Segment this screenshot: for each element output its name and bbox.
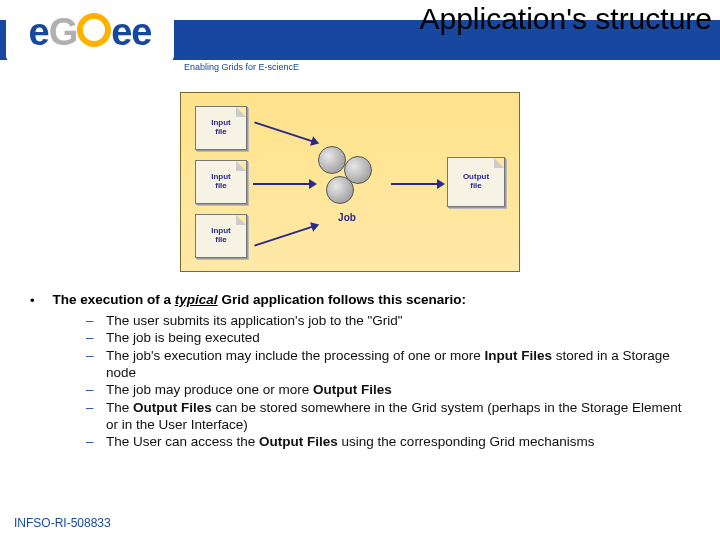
- sub-text: The job may produce one or more Output F…: [106, 381, 392, 398]
- lead-em: typical: [175, 292, 218, 307]
- dash-icon: –: [86, 329, 96, 346]
- arrow-icon: [391, 183, 439, 185]
- sub-item: – The user submits its application's job…: [86, 312, 696, 329]
- input-file-icon: Input file: [195, 106, 247, 150]
- sub-bold: Output Files: [133, 400, 212, 415]
- input-label-bottom: file: [215, 182, 227, 191]
- sub-item: – The Output Files can be stored somewhe…: [86, 399, 696, 434]
- sub-pre: The job may produce one or more: [106, 382, 313, 397]
- dash-icon: –: [86, 347, 96, 382]
- sub-text: The job's execution may include the proc…: [106, 347, 696, 382]
- job-center: Job: [312, 142, 382, 223]
- sub-pre: The: [106, 400, 133, 415]
- job-label: Job: [338, 212, 356, 223]
- sublist: – The user submits its application's job…: [86, 312, 696, 450]
- sub-item: – The job is being executed: [86, 329, 696, 346]
- page-title: Application's structure: [180, 2, 712, 36]
- input-label-bottom: file: [215, 236, 227, 245]
- input-file-icon: Input file: [195, 214, 247, 258]
- dash-icon: –: [86, 312, 96, 329]
- sub-pre: The job's execution may include the proc…: [106, 348, 485, 363]
- sub-item: – The job's execution may include the pr…: [86, 347, 696, 382]
- input-label-bottom: file: [215, 128, 227, 137]
- egee-logo: eGee: [6, 2, 174, 62]
- arrow-icon: [254, 225, 314, 246]
- sub-pre: The User can access the: [106, 434, 259, 449]
- gear-icon: [326, 176, 354, 204]
- diagram: Input file Input file Input file Job Out…: [180, 92, 520, 272]
- sub-bold: Input Files: [485, 348, 553, 363]
- output-file-box: Output file: [447, 157, 505, 207]
- gear-icon: [318, 146, 346, 174]
- output-file-icon: Output file: [447, 157, 505, 207]
- footer-id: INFSO-RI-508833: [14, 516, 111, 530]
- sub-bold: Output Files: [259, 434, 338, 449]
- header: eGee Application's structure Enabling Gr…: [0, 0, 720, 66]
- input-file-icon: Input file: [195, 160, 247, 204]
- sub-text: The User can access the Output Files usi…: [106, 433, 594, 450]
- arrow-icon: [254, 121, 314, 142]
- dash-icon: –: [86, 399, 96, 434]
- logo-ring-icon: [77, 13, 111, 47]
- sub-post: using the corresponding Grid mechanisms: [338, 434, 595, 449]
- content: • The execution of a typical Grid applic…: [30, 292, 696, 450]
- sub-text: The job is being executed: [106, 329, 260, 346]
- sub-item: – The User can access the Output Files u…: [86, 433, 696, 450]
- tagline: Enabling Grids for E-sciencE: [184, 62, 299, 72]
- lead-pre: The execution of a: [53, 292, 175, 307]
- dash-icon: –: [86, 433, 96, 450]
- input-files-stack: Input file Input file Input file: [195, 106, 247, 258]
- bullet-lead: • The execution of a typical Grid applic…: [30, 292, 696, 310]
- lead-post: Grid application follows this scenario:: [218, 292, 466, 307]
- gears-icon: [312, 142, 382, 208]
- dash-icon: –: [86, 381, 96, 398]
- output-label-bottom: file: [470, 182, 482, 191]
- logo-text: eGee: [29, 11, 152, 54]
- bullet-dot-icon: •: [30, 292, 35, 310]
- sub-text: The user submits its application's job t…: [106, 312, 403, 329]
- logo-char-e1: e: [29, 11, 49, 53]
- arrow-icon: [253, 183, 311, 185]
- sub-bold: Output Files: [313, 382, 392, 397]
- sub-text: The Output Files can be stored somewhere…: [106, 399, 696, 434]
- logo-char-ee: ee: [111, 11, 151, 53]
- sub-item: – The job may produce one or more Output…: [86, 381, 696, 398]
- lead-text: The execution of a typical Grid applicat…: [53, 292, 466, 310]
